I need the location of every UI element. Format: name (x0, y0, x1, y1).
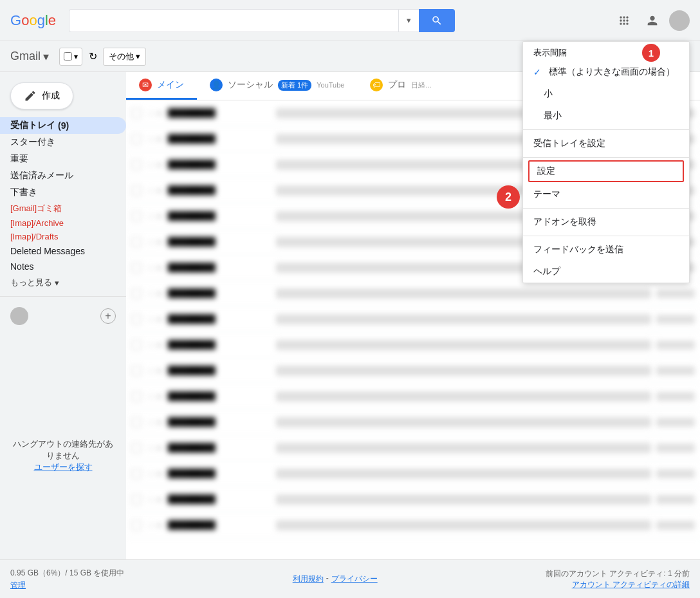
refresh-button[interactable]: ↻ (82, 46, 103, 67)
email-checkbox[interactable] (131, 288, 142, 299)
email-row[interactable]: ☆▶████████ (126, 512, 700, 538)
important-icon[interactable]: ▶ (158, 109, 163, 117)
email-checkbox[interactable] (131, 263, 142, 273)
sidebar-item-sent[interactable]: 送信済みメール (0, 167, 126, 184)
email-row[interactable]: ☆▶████████ (126, 409, 700, 435)
email-row[interactable]: ☆▶████████ (126, 306, 700, 332)
star-icon[interactable]: ☆ (147, 469, 155, 479)
sidebar-item-trash[interactable]: [Gmail]ゴミ箱 (0, 201, 126, 216)
apps-button[interactable] (612, 9, 636, 32)
star-icon[interactable]: ☆ (147, 211, 155, 221)
important-icon[interactable]: ▶ (158, 470, 163, 477)
email-row[interactable]: ☆▶████████ (126, 281, 700, 306)
important-icon[interactable]: ▶ (158, 212, 163, 220)
tab-main[interactable]: ✉ メイン (126, 72, 197, 100)
sidebar-item-archive[interactable]: [Imap]/Archive (0, 216, 126, 230)
menu-item-feedback[interactable]: フィードバックを送信 (523, 239, 689, 261)
important-icon[interactable]: ▶ (158, 264, 163, 271)
email-row[interactable]: ☆▶████████ (126, 332, 700, 358)
important-icon[interactable]: ▶ (158, 238, 163, 245)
tab-promo[interactable]: 🏷 プロ 日経... (357, 72, 444, 100)
menu-item-theme[interactable]: テーマ (523, 183, 689, 205)
terms-link[interactable]: 利用規約 (293, 574, 324, 584)
important-icon[interactable]: ▶ (158, 161, 163, 168)
important-icon[interactable]: ▶ (158, 135, 163, 142)
menu-item-standard[interactable]: 標準（より大きな画面の場合） (523, 61, 689, 83)
star-icon[interactable]: ☆ (147, 366, 155, 376)
select-button[interactable]: ▾ (59, 48, 82, 66)
star-icon[interactable]: ☆ (147, 288, 155, 299)
sidebar-item-imap-drafts[interactable]: [Imap]/Drafts (0, 230, 126, 243)
important-icon[interactable]: ▶ (158, 393, 163, 400)
email-row[interactable]: ☆▶████████ (126, 487, 700, 512)
account-button[interactable] (641, 9, 664, 32)
star-icon[interactable]: ☆ (147, 417, 155, 427)
gmail-label[interactable]: Gmail ▾ (10, 50, 49, 64)
search-button[interactable] (419, 9, 455, 32)
star-icon[interactable]: ☆ (147, 134, 155, 144)
email-checkbox[interactable] (131, 185, 142, 196)
star-icon[interactable]: ☆ (147, 443, 155, 453)
menu-item-addons[interactable]: アドオンを取得 (523, 211, 689, 233)
email-checkbox[interactable] (131, 340, 142, 350)
star-icon[interactable]: ☆ (147, 520, 155, 530)
more-button[interactable]: その他 ▾ (103, 48, 146, 66)
email-checkbox[interactable] (131, 366, 142, 376)
search-dropdown-button[interactable]: ▾ (398, 9, 419, 32)
important-icon[interactable]: ▶ (158, 444, 163, 451)
sidebar-item-important[interactable]: 重要 (0, 151, 126, 167)
important-icon[interactable]: ▶ (158, 496, 163, 503)
sidebar-item-deleted[interactable]: Deleted Messages (0, 243, 126, 259)
email-checkbox[interactable] (131, 108, 142, 118)
email-checkbox[interactable] (131, 417, 142, 427)
email-checkbox[interactable] (131, 391, 142, 402)
important-icon[interactable]: ▶ (158, 315, 163, 322)
email-checkbox[interactable] (131, 314, 142, 324)
star-icon[interactable]: ☆ (147, 340, 155, 350)
menu-item-smallest[interactable]: 最小 (523, 105, 689, 127)
search-input[interactable] (69, 9, 398, 32)
email-checkbox[interactable] (131, 134, 142, 144)
sidebar-item-drafts[interactable]: 下書き (0, 184, 126, 201)
sidebar-item-starred[interactable]: スター付き (0, 134, 126, 151)
sidebar-item-notes[interactable]: Notes (0, 259, 126, 274)
more-link[interactable]: もっと見る ▾ (0, 274, 126, 291)
important-icon[interactable]: ▶ (158, 290, 163, 297)
email-checkbox[interactable] (131, 469, 142, 479)
sidebar-item-inbox[interactable]: 受信トレイ (9) (0, 117, 126, 134)
star-icon[interactable]: ☆ (147, 391, 155, 402)
menu-item-inbox-settings[interactable]: 受信トレイを設定 (523, 133, 689, 154)
important-icon[interactable]: ▶ (158, 341, 163, 348)
email-checkbox[interactable] (131, 520, 142, 530)
menu-item-settings[interactable]: 設定 (528, 160, 684, 182)
email-checkbox[interactable] (131, 160, 142, 170)
important-icon[interactable]: ▶ (158, 187, 163, 194)
tab-social[interactable]: 👤 ソーシャル 新着 1件 YouTube (197, 72, 357, 100)
email-checkbox[interactable] (131, 237, 142, 247)
star-icon[interactable]: ☆ (147, 185, 155, 196)
select-checkbox[interactable] (64, 52, 72, 61)
email-checkbox[interactable] (131, 494, 142, 505)
privacy-link[interactable]: プライバシー (331, 574, 378, 584)
star-icon[interactable]: ☆ (147, 263, 155, 273)
email-checkbox[interactable] (131, 443, 142, 453)
star-icon[interactable]: ☆ (147, 108, 155, 118)
activity-detail-link[interactable]: アカウント アクティビティの詳細 (572, 580, 690, 589)
important-icon[interactable]: ▶ (158, 521, 163, 528)
important-icon[interactable]: ▶ (158, 367, 163, 374)
star-icon[interactable]: ☆ (147, 494, 155, 505)
important-icon[interactable]: ▶ (158, 418, 163, 425)
compose-button[interactable]: 作成 (10, 82, 73, 109)
star-icon[interactable]: ☆ (147, 314, 155, 324)
email-row[interactable]: ☆▶████████ (126, 358, 700, 384)
find-user-link[interactable]: ユーザーを探す (10, 462, 116, 473)
star-icon[interactable]: ☆ (147, 237, 155, 247)
email-row[interactable]: ☆▶████████ (126, 461, 700, 487)
email-row[interactable]: ☆▶████████ (126, 435, 700, 461)
star-icon[interactable]: ☆ (147, 160, 155, 170)
menu-item-help[interactable]: ヘルプ (523, 261, 689, 283)
manage-link[interactable]: 管理 (10, 580, 124, 591)
email-row[interactable]: ☆▶████████ (126, 384, 700, 409)
add-account-button[interactable]: + (100, 308, 116, 324)
email-checkbox[interactable] (131, 211, 142, 221)
